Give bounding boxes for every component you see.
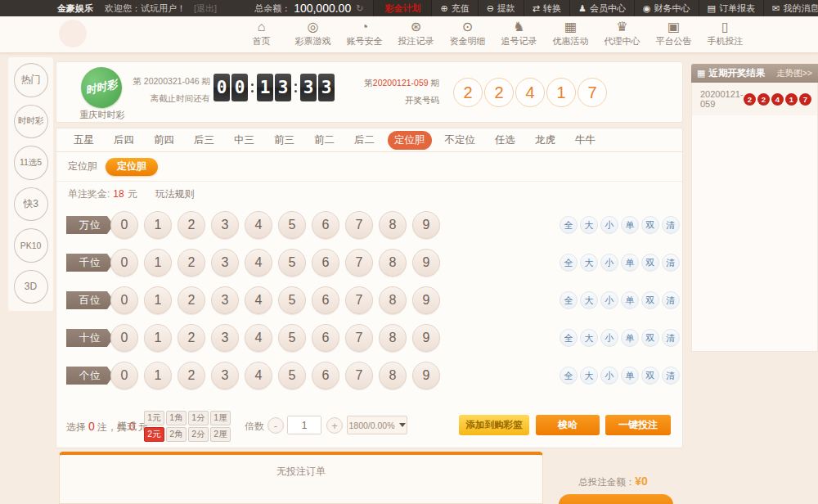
play-type-tab[interactable]: 后三 [187, 131, 221, 150]
digit-button[interactable]: 9 [412, 324, 440, 352]
nav-item[interactable]: ⊙资金明细 [445, 20, 490, 47]
digit-button[interactable]: 0 [110, 211, 138, 239]
nav-item[interactable]: ♞追号记录 [497, 20, 542, 47]
quick-pick-button[interactable]: 双 [641, 254, 659, 272]
nav-item[interactable]: ▯手机投注 [703, 20, 748, 47]
quick-pick-button[interactable]: 小 [600, 367, 618, 385]
play-type-tab[interactable]: 后四 [107, 131, 141, 150]
quick-pick-button[interactable]: 双 [641, 291, 659, 309]
money-mode-button[interactable]: 1角 [166, 411, 187, 425]
all-in-button[interactable]: 梭哈 [536, 415, 600, 435]
topbar-item[interactable]: ♟会员中心 [570, 0, 635, 16]
digit-button[interactable]: 5 [278, 362, 306, 389]
digit-button[interactable]: 1 [144, 362, 172, 389]
digit-button[interactable]: 8 [379, 249, 407, 277]
digit-button[interactable]: 0 [110, 286, 138, 314]
play-type-tab[interactable]: 前三 [267, 131, 301, 150]
nav-item[interactable]: ⊛投注记录 [393, 20, 438, 47]
digit-button[interactable]: 7 [345, 249, 373, 277]
play-type-tab[interactable]: 前二 [308, 131, 341, 150]
quick-pick-button[interactable]: 清 [662, 367, 680, 385]
quick-pick-button[interactable]: 单 [621, 291, 639, 309]
money-mode-button[interactable]: 1厘 [210, 411, 231, 425]
sidebar-game-item[interactable]: 11选5 [14, 146, 48, 180]
confirm-bet-button[interactable] [559, 494, 673, 504]
quick-pick-button[interactable]: 清 [662, 216, 680, 234]
digit-button[interactable]: 5 [278, 324, 306, 352]
play-type-tab[interactable]: 不定位 [438, 131, 483, 150]
topbar-item[interactable]: ⊕充值 [432, 0, 478, 16]
quick-pick-button[interactable]: 单 [621, 367, 639, 385]
digit-button[interactable]: 1 [144, 286, 172, 314]
digit-button[interactable]: 7 [345, 286, 373, 314]
nav-item[interactable]: ▦优惠活动 [548, 20, 593, 47]
digit-button[interactable]: 8 [379, 324, 407, 352]
promo-link[interactable]: 彩金计划 [373, 0, 432, 16]
play-type-tab[interactable]: 牛牛 [569, 131, 602, 150]
logout-link[interactable]: [退出] [194, 2, 217, 15]
quick-pick-button[interactable]: 大 [580, 254, 598, 272]
digit-button[interactable]: 7 [345, 324, 373, 352]
digit-button[interactable]: 2 [178, 362, 205, 389]
digit-button[interactable]: 7 [345, 362, 373, 389]
digit-button[interactable]: 4 [245, 362, 272, 389]
digit-button[interactable]: 3 [211, 324, 239, 352]
trend-chart-link[interactable]: 走势图>> [776, 68, 812, 79]
digit-button[interactable]: 9 [412, 286, 440, 314]
quick-pick-button[interactable]: 全 [560, 367, 578, 385]
digit-button[interactable]: 0 [110, 324, 138, 352]
digit-button[interactable]: 9 [412, 362, 440, 389]
play-type-tab[interactable]: 任选 [488, 131, 522, 150]
money-mode-button[interactable]: 2角 [166, 427, 187, 442]
nav-item[interactable]: ◔账号安全 [342, 20, 387, 47]
play-type-tab[interactable]: 定位胆 [388, 131, 432, 150]
quick-pick-button[interactable]: 小 [600, 291, 618, 309]
quick-pick-button[interactable]: 单 [621, 216, 639, 234]
digit-button[interactable]: 1 [144, 249, 172, 277]
multiplier-plus-button[interactable]: + [326, 417, 343, 434]
quick-pick-button[interactable]: 双 [641, 216, 659, 234]
digit-button[interactable]: 1 [144, 324, 172, 352]
rules-link[interactable]: 玩法规则 [155, 187, 195, 201]
quick-pick-button[interactable]: 小 [600, 329, 618, 347]
play-type-tab[interactable]: 五星 [67, 131, 101, 150]
nav-item[interactable]: ▣平台公告 [651, 20, 696, 47]
digit-button[interactable]: 4 [245, 211, 272, 239]
quick-pick-button[interactable]: 清 [662, 329, 680, 347]
topbar-item[interactable]: ▤订单报表 [699, 0, 764, 16]
digit-button[interactable]: 6 [312, 286, 339, 314]
topbar-item[interactable]: ⇄转换 [524, 0, 570, 16]
play-type-tab[interactable]: 中三 [227, 131, 261, 150]
quick-pick-button[interactable]: 小 [600, 216, 618, 234]
multiplier-minus-button[interactable]: - [267, 417, 284, 434]
rebate-dropdown[interactable]: 1800/0.00% [347, 416, 407, 434]
quick-pick-button[interactable]: 清 [662, 254, 680, 272]
quick-pick-button[interactable]: 单 [621, 254, 639, 272]
digit-button[interactable]: 5 [278, 249, 306, 277]
sidebar-game-item[interactable]: 3D [14, 270, 48, 304]
digit-button[interactable]: 6 [312, 249, 339, 277]
quick-pick-button[interactable]: 大 [580, 367, 598, 385]
quick-pick-button[interactable]: 大 [580, 291, 598, 309]
digit-button[interactable]: 2 [178, 249, 205, 277]
quick-pick-button[interactable]: 清 [662, 291, 680, 309]
digit-button[interactable]: 8 [379, 362, 407, 389]
play-type-tab[interactable]: 龙虎 [528, 131, 562, 150]
quick-pick-button[interactable]: 大 [580, 216, 598, 234]
quick-pick-button[interactable]: 单 [621, 329, 639, 347]
sidebar-game-item[interactable]: 热门 [14, 63, 48, 97]
digit-button[interactable]: 6 [312, 324, 339, 352]
digit-button[interactable]: 9 [412, 249, 440, 277]
money-mode-button[interactable]: 1分 [188, 411, 209, 425]
nav-item[interactable]: ◎彩票游戏 [290, 20, 335, 47]
quick-pick-button[interactable]: 小 [600, 254, 618, 272]
topbar-item[interactable]: ✉我的消息 [764, 0, 818, 16]
nav-item[interactable]: ⌂首页 [239, 20, 284, 47]
digit-button[interactable]: 8 [379, 286, 407, 314]
digit-button[interactable]: 0 [110, 362, 138, 389]
multiplier-input[interactable] [287, 416, 321, 434]
digit-button[interactable]: 4 [245, 324, 272, 352]
submode-button[interactable]: 定位胆 [106, 158, 158, 176]
sidebar-game-item[interactable]: 时时彩 [14, 105, 48, 139]
play-type-tab[interactable]: 后二 [348, 131, 381, 150]
